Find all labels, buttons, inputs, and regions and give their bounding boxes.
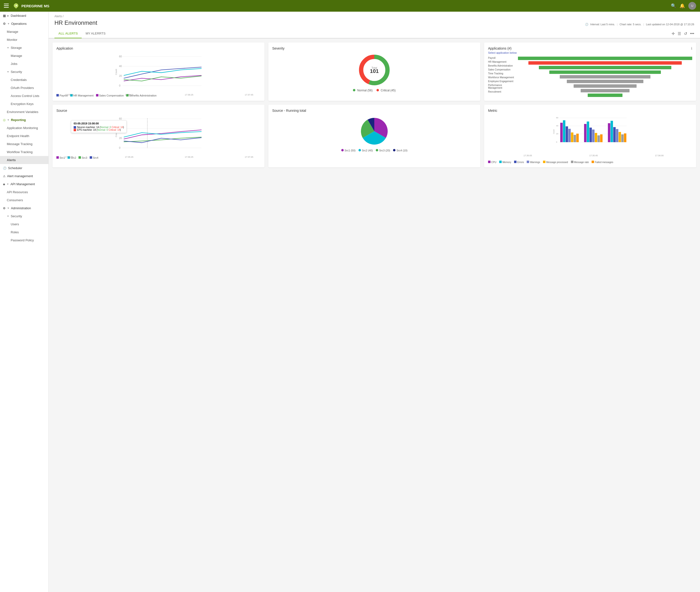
legend-srt-src3: Src3 (20) (376, 149, 390, 152)
tabs-toolbar: ✛ ☰ ↺ ••• (671, 30, 694, 38)
list-view-icon[interactable]: ☰ (678, 31, 681, 36)
sidebar-label-storage-jobs: Jobs (11, 62, 17, 66)
sidebar-label-alerts: Alerts (7, 158, 16, 162)
sidebar-label-reporting: Reporting (11, 118, 26, 122)
sidebar-label-api-management: API Management (10, 182, 35, 186)
legend-srt-src1: Src1 (50) (341, 149, 356, 152)
sidebar-item-endpoint-health[interactable]: Endpoint Health (0, 132, 48, 140)
svg-rect-51 (613, 127, 616, 142)
sidebar-item-credentials[interactable]: Credentials (0, 76, 48, 84)
sidebar-label-consumers: Consumers (7, 198, 23, 202)
sidebar-item-users[interactable]: Users (0, 220, 48, 228)
sidebar-item-api-resources[interactable]: API Resources (0, 188, 48, 196)
svg-text:0: 0 (556, 141, 557, 143)
svg-text:0: 0 (119, 147, 120, 149)
add-widget-icon[interactable]: ✛ (671, 31, 675, 36)
chevron-operations: ▼ (7, 22, 10, 25)
sidebar-label-operations: Operations (11, 22, 27, 26)
svg-rect-48 (600, 134, 603, 142)
sidebar-item-workflow-tracking[interactable]: Workflow Tracking (0, 148, 48, 156)
sidebar-item-security[interactable]: ▼ Security (0, 68, 48, 76)
card-severity: Severity Total 101 Normal (56 (268, 43, 480, 101)
hamburger-icon[interactable] (4, 2, 11, 9)
sidebar-item-scheduler[interactable]: 🕐 Scheduler (0, 164, 48, 172)
sidebar-item-app-monitoring[interactable]: Application Monitoring (0, 124, 48, 132)
sidebar-item-oauth[interactable]: OAuth Providers (0, 84, 48, 92)
svg-rect-35 (560, 123, 563, 142)
sidebar-item-env-vars[interactable]: Environment Variables (0, 108, 48, 116)
svg-rect-38 (568, 129, 571, 142)
sidebar-item-manage[interactable]: Manage (0, 28, 48, 36)
card-metric: Metric 60 40 20 0 Count (484, 105, 696, 167)
sidebar-label-manage: Manage (7, 30, 18, 34)
sidebar-item-reporting[interactable]: ◎ ▼ Reporting (0, 116, 48, 124)
sidebar-item-acl[interactable]: Access Control Lists (0, 92, 48, 100)
legend-failed-msgs: Failed messages (592, 161, 613, 163)
card-apps-hash-subtitle: Select application below (488, 51, 517, 54)
legend-warnings: Warnings (527, 161, 540, 163)
chevron-api: ▼ (7, 183, 9, 186)
sidebar-item-message-tracking[interactable]: Message Tracking (0, 140, 48, 148)
svg-rect-53 (618, 132, 621, 142)
sidebar-item-storage-jobs[interactable]: Jobs (0, 60, 48, 68)
sidebar-item-monitor[interactable]: Monitor (0, 36, 48, 44)
app-name: PEREGRINE MS (21, 4, 49, 8)
sidebar-item-alerts[interactable]: Alerts (0, 156, 48, 164)
info-icon[interactable]: ℹ (691, 46, 692, 50)
sidebar-item-roles[interactable]: Roles (0, 228, 48, 236)
card-srt-title: Source - Running total (272, 109, 477, 112)
tabs-row: ALL ALERTS MY ALERRTS ✛ ☰ ↺ ••• (54, 29, 694, 38)
app-logo[interactable]: PEREGRINE MS (4, 2, 668, 9)
sidebar-item-admin-security[interactable]: ▼ Security (0, 212, 48, 220)
more-options-icon[interactable]: ••• (690, 31, 694, 36)
svg-text:60: 60 (556, 117, 558, 119)
svg-rect-55 (624, 134, 627, 142)
svg-text:20: 20 (119, 137, 122, 140)
sidebar-item-dashboard[interactable]: ▦ ▶ Dashboard (0, 12, 48, 20)
pie-wrap: Src1 (50) Src2 (40) Src3 (20) Src4 (10) (272, 115, 477, 154)
sidebar-item-administration[interactable]: ⚙ ▼ Administration (0, 204, 48, 212)
meta-chart-rate: Chart rate: 5 secs. (619, 23, 641, 26)
tooltip-label-1: Neuron machine: 14 (Normal: 0 Critical: … (77, 126, 124, 129)
svg-text:60: 60 (119, 117, 122, 120)
sidebar-item-consumers[interactable]: Consumers (0, 196, 48, 204)
refresh-icon[interactable]: ↺ (684, 31, 687, 36)
sidebar-label-workflow-tracking: Workflow Tracking (7, 150, 33, 154)
sidebar-item-encryption[interactable]: Encryption Keys (0, 100, 48, 108)
sidebar-item-alert-management[interactable]: ⚠ Alert management (0, 172, 48, 180)
tooltip-color-2 (73, 129, 76, 131)
card-severity-title: Severity (272, 46, 477, 50)
topnav: PEREGRINE MS 🔍 🔔 U (0, 0, 700, 12)
svg-rect-49 (608, 123, 610, 142)
user-avatar[interactable]: U (688, 2, 696, 10)
sidebar-item-api-management[interactable]: ◈ ▼ API Management (0, 180, 48, 188)
severity-donut-wrap: Total 101 Normal (56) Critical (45) (272, 53, 477, 92)
metric-bar-chart: 60 40 20 0 Count (488, 115, 692, 159)
severity-donut-svg: Total 101 (357, 53, 391, 87)
legend-normal: Normal (56) (353, 89, 372, 92)
breadcrumb: Alerts / (54, 14, 694, 18)
api-management-icon: ◈ (3, 183, 5, 186)
sidebar-item-operations[interactable]: ⚙ ▼ Operations (0, 20, 48, 28)
application-x-labels: 17:35:05 17:35:45 17:36:25 17:37:45 (56, 94, 260, 96)
sidebar-item-storage[interactable]: ▼ Storage (0, 44, 48, 52)
alert-management-icon: ⚠ (3, 175, 6, 178)
tab-my-alerts[interactable]: MY ALERRTS (82, 29, 109, 38)
svg-rect-50 (610, 121, 613, 142)
search-icon[interactable]: 🔍 (671, 3, 676, 8)
sidebar-label-administration: Administration (11, 206, 31, 210)
svg-rect-37 (565, 127, 568, 142)
legend-msg-rate: Message rate (571, 161, 589, 163)
tab-all-alerts[interactable]: ALL ALERTS (54, 29, 82, 38)
legend-srt-src2: Src2 (40) (358, 149, 373, 152)
notifications-icon[interactable]: 🔔 (680, 3, 685, 8)
metric-bar-svg: 60 40 20 0 Count (488, 115, 692, 154)
svg-text:0: 0 (119, 84, 120, 87)
application-chart-svg: 60 40 20 0 Count (56, 53, 260, 92)
sidebar-item-password-policy[interactable]: Password Policy (0, 236, 48, 244)
brand-icon (13, 2, 19, 9)
funnel-container: Payroll HR Management Benefits Administr… (488, 57, 692, 97)
card-applications-hash: Applications (#) Select application belo… (484, 43, 696, 101)
card-apps-hash-title: Applications (#) (488, 46, 517, 50)
sidebar-item-storage-manage[interactable]: Manage (0, 52, 48, 60)
